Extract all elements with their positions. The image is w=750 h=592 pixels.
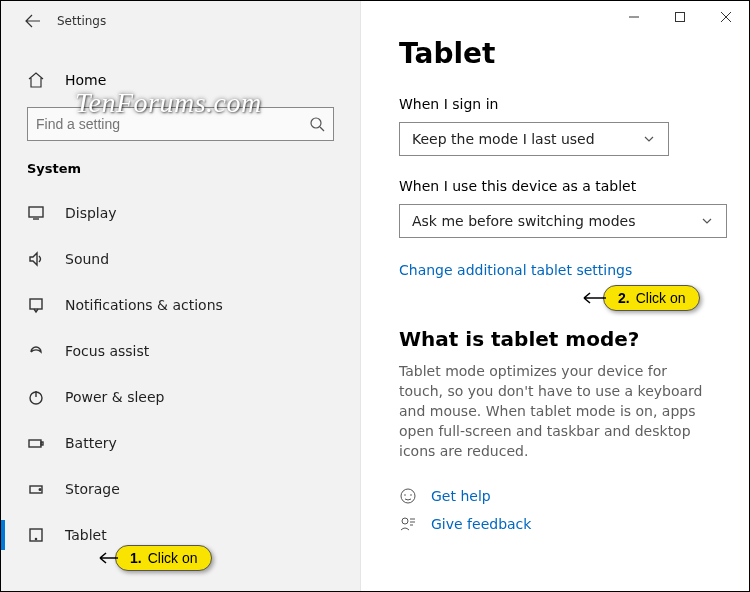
search-input[interactable]	[36, 116, 309, 132]
get-help-link[interactable]: Get help	[399, 487, 711, 505]
svg-rect-2	[30, 299, 42, 309]
svg-rect-5	[41, 442, 43, 445]
feedback-label: Give feedback	[431, 516, 531, 532]
device-label: When I use this device as a tablet	[399, 178, 711, 194]
svg-point-11	[401, 489, 415, 503]
section-label: System	[1, 151, 360, 184]
battery-icon	[27, 434, 45, 452]
callout-2: 2. Click on	[603, 285, 700, 311]
minimize-button[interactable]	[611, 1, 657, 33]
page-title: Tablet	[399, 37, 711, 70]
sidebar-item-label: Display	[65, 205, 117, 221]
callout-2-num: 2.	[618, 290, 630, 306]
power-icon	[27, 388, 45, 406]
home-button[interactable]: Home	[1, 59, 360, 101]
callout-1: 1. Click on	[115, 545, 212, 571]
home-icon	[27, 71, 45, 89]
sidebar-item-sound[interactable]: Sound	[1, 236, 360, 282]
info-heading: What is tablet mode?	[399, 327, 711, 351]
callout-2-text: Click on	[636, 290, 686, 306]
svg-point-13	[410, 494, 412, 496]
sidebar-item-notifications[interactable]: Notifications & actions	[1, 282, 360, 328]
svg-point-0	[311, 118, 321, 128]
sidebar-item-label: Battery	[65, 435, 117, 451]
svg-rect-10	[676, 13, 685, 22]
sidebar-item-battery[interactable]: Battery	[1, 420, 360, 466]
search-icon	[309, 116, 325, 132]
sidebar-item-label: Focus assist	[65, 343, 149, 359]
svg-point-9	[35, 538, 36, 539]
svg-point-14	[402, 518, 408, 524]
info-body: Tablet mode optimizes your device for to…	[399, 361, 711, 461]
svg-point-7	[39, 489, 41, 491]
sidebar-item-power[interactable]: Power & sleep	[1, 374, 360, 420]
sidebar-item-focus-assist[interactable]: Focus assist	[1, 328, 360, 374]
arrow-left-icon	[578, 290, 606, 306]
back-button[interactable]	[15, 1, 51, 41]
help-icon	[399, 487, 417, 505]
arrow-left-icon	[94, 550, 118, 566]
device-select[interactable]: Ask me before switching modes	[399, 204, 727, 238]
close-button[interactable]	[703, 1, 749, 33]
sidebar-item-label: Notifications & actions	[65, 297, 223, 313]
tablet-icon	[27, 526, 45, 544]
help-links: Get help Give feedback	[399, 487, 711, 533]
change-settings-link[interactable]: Change additional tablet settings	[399, 262, 632, 278]
feedback-icon	[399, 515, 417, 533]
sidebar-item-label: Storage	[65, 481, 120, 497]
chevron-down-icon	[700, 214, 714, 228]
help-label: Get help	[431, 488, 491, 504]
sound-icon	[27, 250, 45, 268]
svg-rect-1	[29, 207, 43, 217]
search-box[interactable]	[27, 107, 334, 141]
signin-select[interactable]: Keep the mode I last used	[399, 122, 669, 156]
storage-icon	[27, 480, 45, 498]
display-icon	[27, 204, 45, 222]
sidebar-item-label: Power & sleep	[65, 389, 164, 405]
signin-value: Keep the mode I last used	[412, 131, 595, 147]
home-label: Home	[65, 72, 106, 88]
callout-1-text: Click on	[148, 550, 198, 566]
sidebar-item-display[interactable]: Display	[1, 190, 360, 236]
window-title: Settings	[57, 14, 106, 28]
svg-rect-4	[29, 440, 41, 447]
notifications-icon	[27, 296, 45, 314]
maximize-button[interactable]	[657, 1, 703, 33]
focus-assist-icon	[27, 342, 45, 360]
nav: Display Sound Notifications & actions Fo…	[1, 190, 360, 591]
sidebar-item-label: Tablet	[65, 527, 107, 543]
svg-point-12	[404, 494, 406, 496]
give-feedback-link[interactable]: Give feedback	[399, 515, 711, 533]
callout-1-num: 1.	[130, 550, 142, 566]
search-row	[1, 101, 360, 151]
device-value: Ask me before switching modes	[412, 213, 635, 229]
sidebar-item-storage[interactable]: Storage	[1, 466, 360, 512]
sidebar-item-label: Sound	[65, 251, 109, 267]
signin-label: When I sign in	[399, 96, 711, 112]
titlebar: Settings	[1, 1, 360, 41]
sidebar: Settings Home System Display	[1, 1, 361, 591]
window-controls	[611, 1, 749, 33]
chevron-down-icon	[642, 132, 656, 146]
